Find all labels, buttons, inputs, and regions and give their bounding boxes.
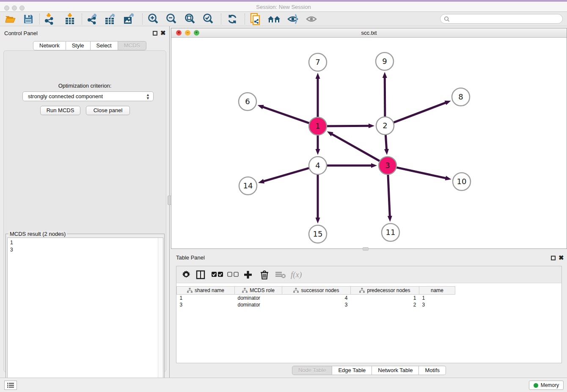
zoom-in-icon[interactable] <box>146 13 160 25</box>
select-stepper-icon: ▲▼ <box>146 93 150 100</box>
network-canvas[interactable]: 7968124314101511 <box>171 38 567 248</box>
select-all-icon[interactable] <box>212 269 223 281</box>
table-row[interactable]: 1dominator411 <box>177 295 455 301</box>
import-table-icon[interactable] <box>63 13 77 25</box>
edge-4-14[interactable] <box>263 166 317 182</box>
zoom-out-icon[interactable] <box>164 13 179 25</box>
edge-2-8[interactable] <box>387 102 446 125</box>
column-header-name[interactable]: name <box>419 287 455 295</box>
show-all-icon[interactable] <box>304 13 319 25</box>
node-table-container: f(x) shared nameMCDS rolesuccessor nodes… <box>176 266 562 363</box>
float-table-panel-icon[interactable] <box>551 256 556 260</box>
column-view-icon[interactable] <box>196 269 205 281</box>
table-tab-network-table[interactable]: Network Table <box>372 366 419 375</box>
network-from-selection-icon[interactable] <box>248 13 263 25</box>
memory-button[interactable]: Memory <box>529 381 564 390</box>
table-cell[interactable]: 1 <box>351 295 419 301</box>
export-table-icon[interactable] <box>103 13 118 25</box>
titlebar: Session: New Session <box>0 2 567 12</box>
tab-network[interactable]: Network <box>33 41 66 50</box>
table-tab-edge-table[interactable]: Edge Table <box>332 366 372 375</box>
graph-node-label: 11 <box>386 228 396 237</box>
network-view-window: ✕ − + scc.txt 7968124314101511 <box>171 28 567 249</box>
edge-arrowhead <box>316 73 320 79</box>
graph-node-label: 4 <box>315 161 320 170</box>
gear-icon[interactable] <box>182 269 191 281</box>
deselect-all-icon[interactable] <box>227 269 239 281</box>
close-panel-button[interactable]: Close panel <box>86 106 130 115</box>
mcds-result-title: MCDS result (2 nodes) <box>8 231 67 237</box>
tab-style[interactable]: Style <box>66 41 91 50</box>
memory-button-label: Memory <box>541 382 559 388</box>
toolbar-separator <box>142 14 143 25</box>
network-window-title: scc.txt <box>171 30 567 36</box>
memory-status-icon <box>534 383 538 388</box>
optimization-criterion-select[interactable]: strongly connected component ▲▼ <box>22 91 154 101</box>
export-image-icon[interactable] <box>122 13 136 25</box>
graph-node-label: 2 <box>383 121 387 130</box>
show-panels-list-button[interactable] <box>4 381 17 390</box>
table-row[interactable]: 3dominator323 <box>177 301 455 308</box>
table-cell[interactable]: dominator <box>235 295 282 301</box>
table-cell[interactable]: 2 <box>351 301 419 308</box>
horizontal-splitter-thumb[interactable] <box>363 247 369 251</box>
table-cell[interactable]: 1 <box>177 295 235 301</box>
graph-node-label: 3 <box>385 161 390 170</box>
save-session-icon[interactable] <box>21 13 36 25</box>
graph-node-label: 9 <box>382 57 387 66</box>
table-cell[interactable]: dominator <box>235 301 282 308</box>
control-panel-tabs: NetworkStyleSelectMCDS <box>33 41 146 50</box>
node-table-body[interactable]: 1dominator4113dominator323 <box>177 295 455 308</box>
node-table-header[interactable]: shared nameMCDS rolesuccessor nodesprede… <box>177 287 455 295</box>
export-network-icon[interactable] <box>85 13 99 25</box>
status-bar: Memory <box>0 378 567 392</box>
first-neighbors-icon[interactable] <box>267 13 281 25</box>
selected-option-label: strongly connected component <box>28 93 103 99</box>
import-network-icon[interactable] <box>43 13 57 25</box>
graph-node-label: 10 <box>457 177 467 186</box>
hide-selected-icon[interactable] <box>286 13 300 25</box>
float-panel-icon[interactable] <box>153 31 157 36</box>
open-session-icon[interactable] <box>3 13 18 25</box>
edge-arrowhead <box>316 218 320 224</box>
tab-select[interactable]: Select <box>91 41 118 50</box>
add-column-icon[interactable] <box>243 269 253 281</box>
delete-column-icon[interactable] <box>260 269 269 281</box>
refresh-layout-icon[interactable] <box>225 13 239 25</box>
edge-arrowhead <box>258 179 264 184</box>
mcds-result-text[interactable]: 1 3 <box>7 237 163 392</box>
table-tab-node-table[interactable]: Node Table <box>292 366 333 375</box>
table-cell[interactable]: 3 <box>419 301 455 308</box>
close-table-panel-icon[interactable]: ✖ <box>559 254 564 261</box>
column-header-MCDS-role[interactable]: MCDS role <box>235 287 282 295</box>
table-cell[interactable]: 3 <box>177 301 235 308</box>
close-panel-icon[interactable]: ✖ <box>160 30 166 36</box>
zoom-selected-icon[interactable] <box>201 13 215 25</box>
table-tab-motifs[interactable]: Motifs <box>419 366 446 375</box>
table-cell[interactable]: 1 <box>419 295 455 301</box>
column-header-predecessor-nodes[interactable]: predecessor nodes <box>351 287 419 295</box>
table-cell[interactable]: 3 <box>282 301 351 308</box>
mcds-result-scrollbar[interactable] <box>158 238 162 392</box>
edge-3-1[interactable] <box>331 134 386 165</box>
edge-1-6[interactable] <box>262 107 316 125</box>
table-cell[interactable]: 4 <box>282 295 351 301</box>
toolbar-separator <box>39 14 40 25</box>
search-input[interactable] <box>440 14 563 24</box>
column-header-shared-name[interactable]: shared name <box>177 287 235 295</box>
edge-arrowhead <box>383 72 387 78</box>
main-toolbar <box>0 12 567 26</box>
control-panel-title: Control Panel <box>4 30 38 36</box>
edge-arrowhead <box>369 124 374 128</box>
tab-mcds[interactable]: MCDS <box>118 41 146 50</box>
edge-arrowhead <box>258 105 264 109</box>
run-mcds-button[interactable]: Run MCDS <box>40 106 80 115</box>
toolbar-separator <box>82 14 82 25</box>
zoom-fit-icon[interactable] <box>183 13 197 25</box>
node-table[interactable]: shared nameMCDS rolesuccessor nodesprede… <box>176 286 455 308</box>
column-header-successor-nodes[interactable]: successor nodes <box>282 287 351 295</box>
graph-node-label: 6 <box>245 97 250 106</box>
edge-3-10[interactable] <box>389 166 446 178</box>
network-graph: 7968124314101511 <box>171 38 567 248</box>
window-title: Session: New Session <box>0 4 567 10</box>
